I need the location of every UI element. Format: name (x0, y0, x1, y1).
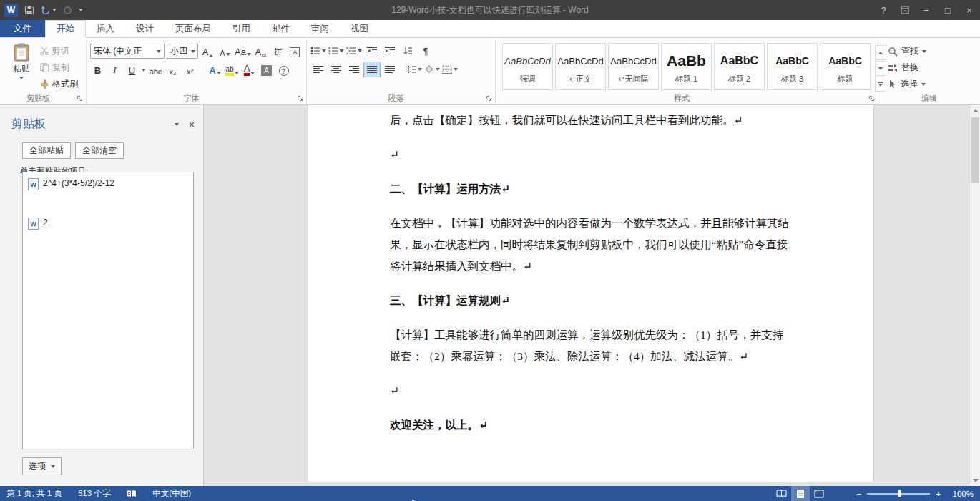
font-name-combobox[interactable]: 宋体 (中文正 (90, 44, 165, 59)
align-right-button[interactable] (346, 62, 362, 77)
tab-insert[interactable]: 插入 (86, 20, 125, 37)
tab-references[interactable]: 引用 (222, 20, 261, 37)
replace-button[interactable]: 替换 (888, 61, 926, 74)
paragraph[interactable]: 在文档中，【计算】功能对选中的内容看做为一个数学表达式，并且能够计算其结果，显示… (390, 213, 792, 277)
ribbon-display-options-button[interactable] (894, 0, 916, 20)
decrease-indent-button[interactable] (364, 44, 380, 58)
grow-font-button[interactable]: A (200, 44, 215, 59)
paste-button[interactable]: 粘贴 (4, 41, 39, 93)
paragraph[interactable]: ↵ (390, 144, 792, 165)
style-item-heading1[interactable]: AaBb 标题 1 (661, 43, 712, 90)
tab-file[interactable]: 文件 (0, 20, 45, 37)
font-size-combobox[interactable]: 小四 (167, 44, 198, 59)
style-item-normal[interactable]: AaBbCcDd ↵正文 (555, 43, 606, 90)
zoom-out-button[interactable]: − (857, 490, 862, 498)
sort-button[interactable] (400, 44, 416, 58)
shading-button[interactable] (424, 62, 440, 77)
font-dialog-launcher[interactable] (297, 95, 304, 102)
font-color-button[interactable]: A (242, 63, 257, 77)
styles-dialog-launcher[interactable] (868, 95, 876, 102)
align-center-button[interactable] (328, 62, 344, 77)
format-painter-button[interactable]: 格式刷 (40, 77, 78, 90)
help-button[interactable]: ? (873, 0, 894, 20)
tab-home[interactable]: 开始 (45, 20, 86, 38)
page-indicator[interactable]: 第 1 页, 共 1 页 (6, 488, 62, 499)
word-logo-icon[interactable]: W (4, 4, 18, 17)
zoom-slider[interactable] (867, 493, 930, 495)
subscript-button[interactable]: x₂ (165, 63, 180, 77)
paragraph-dialog-launcher[interactable] (486, 95, 493, 102)
style-item-heading3[interactable]: AaBbC 标题 3 (767, 43, 818, 90)
save-button[interactable] (24, 5, 34, 15)
tab-view[interactable]: 视图 (340, 20, 379, 37)
numbering-button[interactable] (328, 44, 344, 58)
tab-review[interactable]: 审阅 (300, 20, 340, 37)
superscript-button[interactable]: x² (182, 63, 197, 77)
zoom-level[interactable]: 100% (946, 490, 974, 498)
clear-formatting-button[interactable]: A (253, 44, 268, 59)
bold-button[interactable]: B (90, 63, 105, 77)
shrink-font-button[interactable]: A (217, 44, 232, 59)
language-indicator[interactable]: 中文(中国) (152, 488, 191, 499)
character-border-button[interactable]: A (288, 44, 303, 59)
bullets-button[interactable] (310, 44, 326, 58)
change-case-button[interactable]: Aa (235, 44, 251, 59)
tab-page-layout[interactable]: 页面布局 (165, 20, 222, 37)
clear-all-button[interactable]: 全部清空 (75, 142, 124, 159)
style-item-heading2[interactable]: AaBbC 标题 2 (714, 43, 765, 90)
pane-menu-caret-icon[interactable] (175, 123, 179, 126)
print-layout-button[interactable] (791, 486, 810, 501)
style-item-emphasis[interactable]: AaBbCcDd 强调 (502, 43, 553, 90)
paragraph[interactable]: 【计算】工具能够进行简单的四则运算，运算级别优先级为：（1）括号，并支持嵌套；（… (390, 324, 792, 367)
underline-dropdown-caret-icon[interactable] (142, 69, 146, 72)
italic-button[interactable]: I (107, 63, 122, 77)
character-shading-button[interactable]: A (259, 63, 274, 77)
scrollbar-thumb[interactable] (971, 117, 979, 183)
increase-indent-button[interactable] (382, 44, 398, 58)
justify-button[interactable] (364, 62, 380, 77)
strikethrough-button[interactable]: abc (148, 63, 163, 77)
paragraph-heading[interactable]: 三、【计算】运算规则↵ (390, 290, 792, 311)
align-left-button[interactable] (310, 62, 326, 77)
underline-button[interactable]: U (124, 63, 139, 77)
paste-all-button[interactable]: 全部粘贴 (22, 142, 71, 159)
borders-button[interactable] (442, 62, 458, 77)
minimize-button[interactable]: − (916, 0, 937, 20)
word-count[interactable]: 513 个字 (78, 488, 110, 499)
line-spacing-button[interactable] (406, 62, 422, 77)
read-mode-button[interactable] (773, 486, 791, 501)
text-effects-button[interactable]: A (207, 63, 222, 77)
customize-qat-button[interactable] (79, 9, 83, 11)
clipboard-dialog-launcher[interactable] (77, 95, 84, 102)
style-item-no-spacing[interactable]: AaBbCcDd ↵无间隔 (608, 43, 659, 90)
proofing-status-button[interactable] (126, 490, 137, 498)
phonetic-guide-button[interactable]: 拼 (270, 44, 285, 59)
scroll-down-arrow-icon[interactable] (973, 479, 979, 482)
multilevel-list-button[interactable] (346, 44, 362, 58)
highlight-color-button[interactable]: ab (225, 63, 240, 77)
clipboard-item[interactable]: W 2 (23, 212, 193, 251)
maximize-button[interactable]: □ (937, 0, 959, 20)
web-layout-button[interactable] (810, 486, 828, 501)
scroll-up-arrow-icon[interactable] (973, 109, 979, 112)
document-page[interactable]: 后，点击【确定】按钮，我们就可以在快速访问工具栏中看到此功能。↵ ↵ 二、【计算… (308, 105, 874, 482)
close-button[interactable]: × (959, 0, 980, 20)
tab-mailings[interactable]: 邮件 (261, 20, 300, 37)
paragraph-bold[interactable]: 欢迎关注，以上。↵ (390, 414, 792, 436)
select-button[interactable]: 选择 (888, 77, 926, 91)
clipboard-item[interactable]: W 2^4+(3*4-5/2)/2-12 (23, 172, 193, 212)
undo-button[interactable] (41, 6, 57, 14)
paragraph[interactable]: ↵ (390, 380, 792, 402)
zoom-slider-thumb[interactable] (898, 490, 901, 497)
copy-button[interactable]: 复制 (40, 61, 78, 74)
paragraph[interactable]: 后，点击【确定】按钮，我们就可以在快速访问工具栏中看到此功能。↵ (390, 110, 792, 131)
paragraph-heading[interactable]: 二、【计算】运用方法↵ (390, 178, 792, 200)
cut-button[interactable]: 剪切 (40, 44, 78, 57)
vertical-scrollbar[interactable] (969, 105, 980, 486)
pane-close-button[interactable]: × (189, 119, 195, 130)
redo-button[interactable] (63, 6, 72, 15)
clipboard-options-button[interactable]: 选项 (22, 457, 62, 475)
zoom-in-button[interactable]: + (936, 490, 941, 498)
show-hide-marks-button[interactable]: ¶ (418, 44, 433, 58)
style-item-title[interactable]: AaBbC 标题 (820, 43, 871, 90)
